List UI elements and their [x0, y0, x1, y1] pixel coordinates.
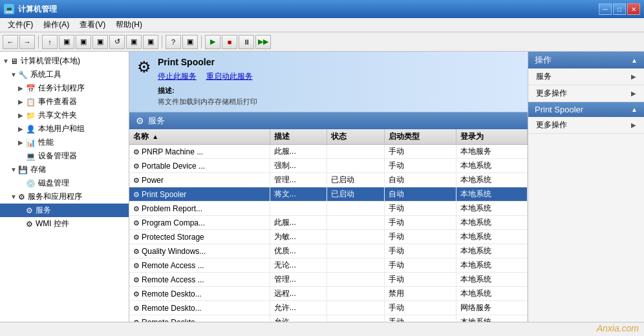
- table-row[interactable]: ⚙Program Compa...此服...手动本地系统: [129, 216, 528, 230]
- action-services-label: 服务: [536, 71, 552, 82]
- action-more-ops-2-label: 更多操作: [536, 120, 567, 131]
- table-row[interactable]: ⚙PNRP Machine ...此服...手动本地服务: [129, 145, 528, 159]
- service-desc-cell: 管理...: [270, 273, 327, 287]
- up-button[interactable]: ↑: [42, 35, 58, 49]
- separator-3: [201, 36, 202, 48]
- tree-services[interactable]: ⚙ 服务: [0, 204, 129, 217]
- table-row[interactable]: ⚙Problem Report...手动本地系统: [129, 202, 528, 216]
- spooler-label: Print Spooler: [535, 105, 583, 114]
- services-area: ⚙ 服务 名称 ▲ 描述 状态 启动类型 登录为: [129, 112, 528, 322]
- table-row[interactable]: ⚙Remote Deskto...远程...禁用本地系统: [129, 287, 528, 301]
- service-logon-cell: 本地服务: [456, 145, 527, 159]
- table-row[interactable]: ⚙Remote Access ...无论...手动本地系统: [129, 258, 528, 273]
- action-services-arrow: ▶: [631, 73, 636, 80]
- service-startup-cell: 手动: [385, 216, 456, 230]
- tree-tools[interactable]: ▼ 🔧 系统工具: [0, 68, 129, 81]
- table-row[interactable]: ⚙Remote Deskto...允许...手动网络服务: [129, 301, 528, 315]
- tree-users-label: 本地用户和组: [38, 123, 85, 134]
- restart-service-link[interactable]: 重启动此服务: [206, 71, 253, 82]
- menu-action[interactable]: 操作(A): [38, 18, 74, 32]
- resume-button[interactable]: ▶▶: [255, 35, 271, 49]
- pause-button[interactable]: ⏸: [239, 35, 254, 49]
- diskmgr-icon: 💿: [26, 179, 36, 188]
- service-logon-cell: 本地系统: [456, 315, 527, 322]
- table-row[interactable]: ⚙Remote Access ...管理...手动本地系统: [129, 273, 528, 287]
- action-more-ops-2[interactable]: 更多操作 ▶: [528, 117, 644, 134]
- menu-view[interactable]: 查看(V): [74, 18, 111, 32]
- tree-storage[interactable]: ▼ 💾 存储: [0, 163, 129, 176]
- service-desc-cell: 此服...: [270, 216, 327, 230]
- view-button-5[interactable]: ▣: [143, 35, 158, 49]
- service-logon-cell: 本地系统: [456, 202, 527, 216]
- stop-button[interactable]: ■: [222, 35, 237, 49]
- back-button[interactable]: ←: [3, 35, 18, 49]
- service-name-cell: ⚙Power: [129, 173, 270, 187]
- stop-service-link[interactable]: 停止此服务: [158, 71, 197, 82]
- table-row[interactable]: ⚙Quality Windows...优质...手动本地系统: [129, 244, 528, 258]
- service-name-cell: ⚙Program Compa...: [129, 216, 270, 230]
- service-desc-cell: 将文...: [270, 187, 327, 202]
- col-name[interactable]: 名称 ▲: [129, 129, 270, 145]
- expand-perf: ▶: [18, 139, 26, 146]
- action-more-ops[interactable]: 更多操作 ▶: [528, 85, 644, 102]
- tree-users[interactable]: ▶ 👤 本地用户和组: [0, 122, 129, 136]
- menu-help[interactable]: 帮助(H): [111, 18, 147, 32]
- view-button-1[interactable]: ▣: [59, 35, 74, 49]
- service-logon-cell: 本地系统: [456, 187, 527, 202]
- col-desc[interactable]: 描述: [270, 129, 327, 145]
- forward-button[interactable]: →: [19, 35, 35, 49]
- table-row[interactable]: ⚙Power管理...已启动自动本地系统: [129, 173, 528, 187]
- tree-root[interactable]: ▼ 🖥 计算机管理(本地): [0, 54, 129, 68]
- tree-tasks-label: 任务计划程序: [38, 83, 85, 94]
- tree-devmgr[interactable]: 💻 设备管理器: [0, 149, 129, 163]
- service-name-cell: ⚙Protected Storage: [129, 230, 270, 244]
- table-row[interactable]: ⚙Protected Storage为敏...手动本地系统: [129, 230, 528, 244]
- wmi-icon: ⚙: [26, 220, 33, 229]
- service-startup-cell: 手动: [385, 315, 456, 322]
- view-button-4[interactable]: ▣: [126, 35, 142, 49]
- desc-label: 描述:: [158, 86, 257, 96]
- view-button-2[interactable]: ▣: [76, 35, 91, 49]
- services-panel-icon: ⚙: [136, 116, 144, 126]
- close-button[interactable]: ✕: [627, 3, 640, 15]
- action-more-ops-label: 更多操作: [536, 88, 567, 99]
- table-row[interactable]: ⚙Remote Deskto...允许...手动本地系统: [129, 315, 528, 322]
- view-button-3[interactable]: ▣: [92, 35, 108, 49]
- col-startup[interactable]: 启动类型: [385, 129, 456, 145]
- minimize-button[interactable]: ─: [599, 3, 612, 15]
- tree-perf[interactable]: ▶ 📊 性能: [0, 136, 129, 149]
- service-desc-cell: [270, 202, 327, 216]
- action-services[interactable]: 服务 ▶: [528, 68, 644, 85]
- start-button[interactable]: ▶: [205, 35, 220, 49]
- tree-svcapp[interactable]: ▼ ⚙ 服务和应用程序: [0, 190, 129, 204]
- service-status-cell: [327, 145, 385, 159]
- table-row[interactable]: ⚙Print Spooler将文...已启动自动本地系统: [129, 187, 528, 202]
- service-startup-cell: 手动: [385, 202, 456, 216]
- tree-viewer[interactable]: ▶ 📋 事件查看器: [0, 95, 129, 109]
- tree-tasks[interactable]: ▶ 📅 任务计划程序: [0, 81, 129, 95]
- service-desc-cell: 允许...: [270, 315, 327, 322]
- menu-file[interactable]: 文件(F): [3, 18, 38, 32]
- service-name-cell: ⚙Remote Access ...: [129, 258, 270, 273]
- maximize-button[interactable]: □: [613, 3, 626, 15]
- toolbar: ← → ↑ ▣ ▣ ▣ ↺ ▣ ▣ ? ▣ ▶ ■ ⏸ ▶▶: [0, 32, 644, 52]
- tree-diskmgr[interactable]: 💿 磁盘管理: [0, 176, 129, 190]
- service-logon-cell: 本地系统: [456, 159, 527, 173]
- tree-wmi-label: WMI 控件: [36, 218, 69, 229]
- tree-shares[interactable]: ▶ 📁 共享文件夹: [0, 109, 129, 122]
- devmgr-icon: 💻: [26, 152, 36, 161]
- service-status-cell: 已启动: [327, 173, 385, 187]
- services-table-container[interactable]: 名称 ▲ 描述 状态 启动类型 登录为 ⚙PNRP Machine ...此服.…: [129, 129, 528, 322]
- col-logon[interactable]: 登录为: [456, 129, 527, 145]
- service-startup-cell: 手动: [385, 244, 456, 258]
- help-button[interactable]: ?: [166, 35, 181, 49]
- table-row[interactable]: ⚙Portable Device ...强制...手动本地系统: [129, 159, 528, 173]
- separator-1: [38, 36, 39, 48]
- col-status[interactable]: 状态: [327, 129, 385, 145]
- refresh-button[interactable]: ↺: [109, 35, 125, 49]
- tree-wmi[interactable]: ⚙ WMI 控件: [0, 217, 129, 231]
- export-button[interactable]: ▣: [182, 35, 198, 49]
- window-title: 计算机管理: [18, 4, 57, 15]
- expand-shares: ▶: [18, 112, 26, 119]
- left-panel: ▼ 🖥 计算机管理(本地) ▼ 🔧 系统工具 ▶ 📅 任务计划程序 ▶ 📋 事件…: [0, 52, 129, 322]
